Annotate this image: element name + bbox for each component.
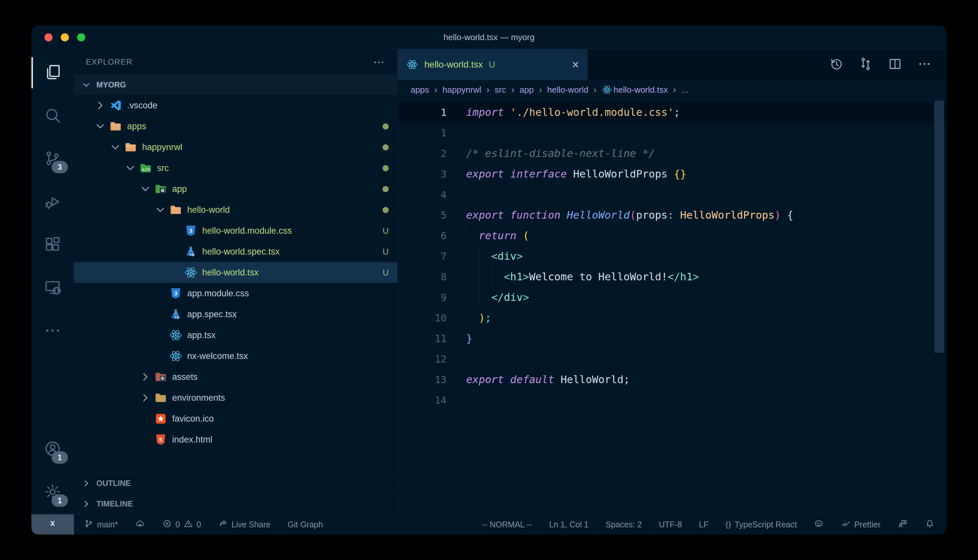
line-number[interactable]: 5: [398, 205, 446, 225]
line-number[interactable]: 10: [398, 308, 446, 328]
line-number[interactable]: 9: [398, 287, 446, 308]
line-number[interactable]: 6: [398, 225, 446, 246]
line-number[interactable]: 4: [398, 184, 446, 205]
zoom-window-button[interactable]: [77, 33, 85, 42]
close-tab-icon[interactable]: ×: [572, 58, 579, 71]
status-live-share[interactable]: Live Share: [218, 518, 271, 531]
status-copilot[interactable]: [814, 518, 824, 531]
tab-hello-world-tsx[interactable]: hello-world.tsx U ×: [398, 49, 588, 80]
line-number[interactable]: 3: [398, 164, 446, 184]
status-git-graph[interactable]: Git Graph: [288, 520, 323, 529]
line-number[interactable]: 7: [398, 246, 446, 267]
status-cursor-position[interactable]: Ln 1, Col 1: [549, 520, 588, 529]
line-number[interactable]: 8: [398, 267, 446, 287]
activity-accounts[interactable]: 1: [31, 428, 74, 471]
code-line-4[interactable]: 3export interface HelloWorldProps {}: [398, 164, 947, 184]
activity-run-debug[interactable]: [31, 180, 74, 223]
history-icon[interactable]: [829, 57, 843, 72]
status-vim-mode[interactable]: -- NORMAL --: [482, 520, 532, 529]
tree-item-app[interactable]: app: [74, 178, 397, 199]
code-line-12[interactable]: 11}: [398, 328, 947, 349]
code-line-1[interactable]: 1import './hello-world.module.css';: [398, 102, 947, 123]
breadcrumb-item[interactable]: src: [495, 85, 506, 95]
line-number[interactable]: 2: [398, 143, 446, 164]
sb-error-icon: [162, 518, 172, 531]
code-line-2[interactable]: 1: [398, 123, 947, 143]
tree-item-app-module-css[interactable]: 3app.module.css: [74, 283, 397, 304]
code-line-11[interactable]: 10 );: [398, 308, 947, 328]
status-problems[interactable]: 00: [162, 518, 201, 531]
editor-scrollbar[interactable]: [934, 101, 944, 353]
tree-item-src[interactable]: </>src: [74, 158, 397, 178]
activity-remote-explorer[interactable]: [31, 267, 74, 310]
code-line-8[interactable]: 7 <div>: [398, 246, 947, 267]
indent-guide: [466, 225, 466, 328]
minimize-window-button[interactable]: [61, 33, 69, 42]
title-bar[interactable]: hello-world.tsx — myorg: [31, 25, 947, 49]
line-number[interactable]: 14: [398, 390, 446, 410]
code-editor[interactable]: 1import './hello-world.module.css';12/* …: [398, 100, 947, 514]
code-line-13[interactable]: 12: [398, 349, 947, 369]
code-line-10[interactable]: 9 </div>: [398, 287, 947, 308]
breadcrumb-item[interactable]: ...: [681, 85, 689, 95]
close-window-button[interactable]: [44, 33, 53, 42]
status-live-share-session[interactable]: [898, 518, 908, 531]
tree-item-happynrwl[interactable]: happynrwl: [74, 137, 397, 158]
split-icon[interactable]: [888, 57, 902, 72]
activity-search[interactable]: [31, 94, 74, 137]
timeline-section[interactable]: TIMELINE: [74, 493, 397, 514]
status-notifications[interactable]: [925, 518, 935, 531]
workspace-root-row[interactable]: MYORG: [74, 75, 397, 95]
status-prettier[interactable]: Prettier: [841, 518, 881, 531]
line-number[interactable]: 13: [398, 369, 446, 390]
line-number[interactable]: 1: [398, 123, 446, 143]
status-language-mode[interactable]: {}TypeScript React: [726, 520, 797, 529]
code-line-14[interactable]: 13export default HelloWorld;: [398, 369, 947, 390]
tree-item-environments[interactable]: environments: [74, 387, 397, 408]
remote-indicator[interactable]: [31, 514, 74, 535]
breadcrumb-item[interactable]: happynrwl: [443, 85, 481, 95]
tree-item-hello-world-tsx[interactable]: hello-world.tsxU: [74, 262, 397, 283]
status-publish-changes[interactable]: [135, 518, 145, 531]
tree-item-app-tsx[interactable]: app.tsx: [74, 325, 397, 346]
tree-item-favicon-ico[interactable]: favicon.ico: [74, 408, 397, 429]
activity-extensions[interactable]: [31, 223, 74, 267]
tree-item-app-spec-tsx[interactable]: TSapp.spec.tsx: [74, 304, 397, 325]
status-indentation[interactable]: Spaces: 2: [605, 520, 642, 529]
status-git-branch[interactable]: main*: [84, 518, 118, 531]
line-number[interactable]: 11: [398, 328, 446, 349]
code-line-5[interactable]: 4: [398, 184, 947, 205]
code-line-6[interactable]: 5export function HelloWorld(props: Hello…: [398, 205, 947, 225]
svg-text:3: 3: [189, 228, 192, 234]
tree-item-hello-world[interactable]: hello-world: [74, 199, 397, 220]
breadcrumb-item[interactable]: hello-world: [547, 85, 588, 95]
activity-more-views[interactable]: [31, 310, 74, 353]
code-line-3[interactable]: 2/* eslint-disable-next-line */: [398, 143, 947, 164]
tree-item-assets[interactable]: assets: [74, 367, 397, 387]
status-eol[interactable]: LF: [699, 520, 709, 529]
activity-settings[interactable]: 1: [31, 471, 74, 514]
ellipsis-h-icon[interactable]: [917, 57, 931, 72]
breadcrumb-item[interactable]: apps: [411, 85, 429, 95]
code-line-9[interactable]: 8 <h1>Welcome to HelloWorld!</h1>: [398, 267, 947, 287]
line-number[interactable]: 1: [398, 102, 446, 123]
status-encoding[interactable]: UTF-8: [659, 520, 682, 529]
line-number[interactable]: 12: [398, 349, 446, 369]
tree-item-hello-world-module-css[interactable]: 3hello-world.module.cssU: [74, 220, 397, 241]
tree-item-index-html[interactable]: 5index.html: [74, 429, 397, 450]
breadcrumb-item[interactable]: hello-world.tsx: [602, 85, 668, 95]
traffic-lights: [44, 25, 85, 49]
activity-explorer[interactable]: [31, 51, 74, 94]
code-text: import './hello-world.module.css';: [466, 102, 680, 123]
tree-item-nx-welcome-tsx[interactable]: nx-welcome.tsx: [74, 346, 397, 367]
tree-item-hello-world-spec-tsx[interactable]: TShello-world.spec.tsxU: [74, 241, 397, 262]
code-line-7[interactable]: 6 return (: [398, 225, 947, 246]
tree-item--vscode[interactable]: .vscode: [74, 95, 397, 116]
file-label: hello-world.tsx: [202, 268, 259, 278]
compare-icon[interactable]: [858, 57, 873, 72]
breadcrumb-item[interactable]: app: [520, 85, 534, 95]
code-line-15[interactable]: 14: [398, 390, 947, 410]
tree-item-apps[interactable]: apps: [74, 116, 397, 137]
activity-source-control[interactable]: 3: [31, 137, 74, 180]
outline-section[interactable]: OUTLINE: [74, 473, 397, 493]
